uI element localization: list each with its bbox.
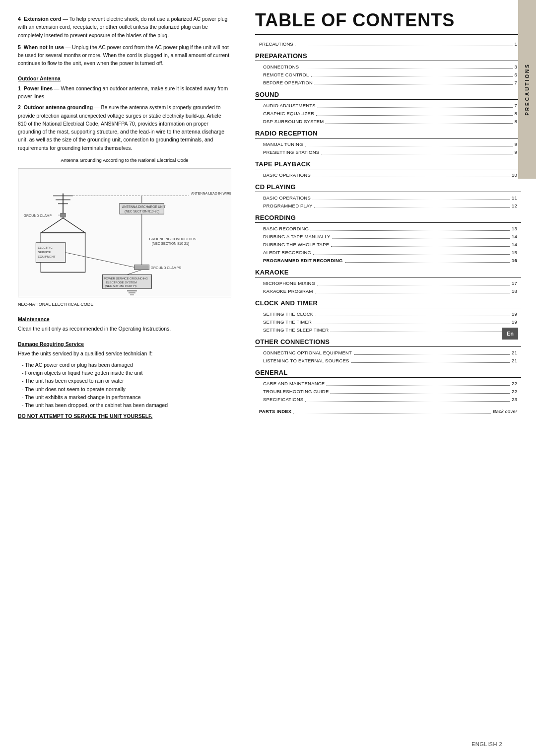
toc-entry-manual-tuning: MANUAL TUNING 9 <box>255 140 521 148</box>
svg-text:EQUIPMENT: EQUIPMENT <box>38 255 56 258</box>
maintenance-heading: Maintenance <box>18 315 231 323</box>
svg-text:GROUND CLAMP: GROUND CLAMP <box>24 214 52 217</box>
section-header-tape: TAPE PLAYBACK <box>255 160 521 169</box>
toc-entry-before-operation: BEFORE OPERATION 7 <box>255 79 521 87</box>
svg-text:ANTENNA LEAD IN WIRE: ANTENNA LEAD IN WIRE <box>191 191 231 195</box>
toc-entry-set-timer: SETTING THE TIMER 19 <box>255 318 521 326</box>
toc-entry-audio-adj: AUDIO ADJUSTMENTS 7 <box>255 102 521 110</box>
svg-text:POWER SERVICE GROUNDING: POWER SERVICE GROUNDING <box>104 277 148 280</box>
toc-entry-mic-mixing: MICROPHONE MIXING 17 <box>255 279 521 287</box>
outdoor-antenna-heading: Outdoor Antenna <box>18 74 231 82</box>
section-clock: CLOCK AND TIMER SETTING THE CLOCK 19 SET… <box>255 299 521 334</box>
item-5: 5 When not in use — Unplug the AC power … <box>18 43 231 68</box>
section-other-connections: OTHER CONNECTIONS CONNECTING OPTIONAL EQ… <box>255 338 521 365</box>
svg-rect-22 <box>134 265 149 270</box>
toc-entry-karaoke-program: KARAOKE PROGRAM 18 <box>255 287 521 295</box>
svg-text:ELECTRODE SYSTEM: ELECTRODE SYSTEM <box>106 281 136 284</box>
section-header-clock: CLOCK AND TIMER <box>255 299 521 308</box>
svg-text:(NEC ART 250 PART H): (NEC ART 250 PART H) <box>105 284 136 287</box>
svg-text:SERVICE: SERVICE <box>38 250 51 253</box>
damage-heading: Damage Requiring Service <box>18 340 231 348</box>
section-header-cd: CD PLAYING <box>255 183 521 192</box>
section-header-preparations: PREPARATIONS <box>255 52 521 61</box>
section-header-general: GENERAL <box>255 369 521 378</box>
toc-entry-connections: CONNECTIONS 3 <box>255 63 521 71</box>
outdoor-1-number: 1 <box>18 85 21 91</box>
antenna-section: Antenna Grounding According to the Natio… <box>18 157 231 308</box>
toc-entry-dsp: DSP SURROUND SYSTEM 8 <box>255 118 521 126</box>
parts-index-label: PARTS INDEX <box>259 409 291 415</box>
precautions-row: PRECAUTIONS 1 <box>255 41 521 48</box>
toc-entry-tape-basic: BASIC OPERATIONS 10 <box>255 171 521 179</box>
svg-line-29 <box>127 270 142 275</box>
svg-text:(NEC SECTION 810-21): (NEC SECTION 810-21) <box>152 242 190 246</box>
svg-text:(NEC SECTION 810-20): (NEC SECTION 810-20) <box>125 209 159 213</box>
section-cd: CD PLAYING BASIC OPERATIONS 11 PROGRAMME… <box>255 183 521 210</box>
svg-text:GROUNDING CONDUCTORS: GROUNDING CONDUCTORS <box>149 237 197 241</box>
toc-entry-dubbing-whole: DUBBING THE WHOLE TAPE 14 <box>255 241 521 249</box>
section-recording: RECORDING BASIC RECORDING 13 DUBBING A T… <box>255 214 521 265</box>
outdoor-item-2: 2 Outdoor antenna grounding — Be sure th… <box>18 103 231 152</box>
toc-entry-external-sources: LISTENING TO EXTERNAL SOURCES 21 <box>255 357 521 365</box>
outdoor-1-bold: Power lines <box>24 85 53 91</box>
section-radio: RADIO RECEPTION MANUAL TUNING 9 PRESETTI… <box>255 130 521 156</box>
svg-text:ELECTRIC: ELECTRIC <box>38 246 53 249</box>
section-tape: TAPE PLAYBACK BASIC OPERATIONS 10 <box>255 160 521 179</box>
toc-entry-specs: SPECIFICATIONS 23 <box>255 396 521 404</box>
en-badge: En <box>502 328 518 340</box>
toc-entry-optional-equip: CONNECTING OPTIONAL EQUIPMENT 21 <box>255 349 521 357</box>
left-column: 4 Extension cord — To help prevent elect… <box>0 0 243 756</box>
svg-rect-8 <box>61 213 66 217</box>
page: 4 Extension cord — To help prevent elect… <box>0 0 536 756</box>
antenna-diagram: ANTENNA LEAD IN WIRE GROUND CLAMP ANTENN… <box>18 168 231 297</box>
damage-item-2: Foreign objects or liquid have gotten in… <box>22 369 231 377</box>
side-tab-text: PRECAUTIONS <box>525 63 530 116</box>
svg-line-24 <box>66 252 134 267</box>
toc-entry-basic-recording: BASIC RECORDING 13 <box>255 225 521 233</box>
toc-entry-presetting: PRESETTING STATIONS 9 <box>255 148 521 156</box>
item-4-number: 4 <box>18 16 21 22</box>
toc-title: TABLE OF CONTENTS <box>255 10 521 35</box>
damage-list: The AC power cord or plug has been damag… <box>18 361 231 410</box>
toc-entry-troubleshooting: TROUBLESHOOTING GUIDE 22 <box>255 388 521 396</box>
toc-entry-programmed-edit: PROGRAMMED EDIT RECORDING 16 <box>255 257 521 265</box>
damage-item-5: The unit exhibits a marked change in per… <box>22 393 231 401</box>
damage-item-4: The unit does not seem to operate normal… <box>22 385 231 393</box>
parts-index-page: Back cover <box>493 409 517 415</box>
section-header-sound: SOUND <box>255 91 521 100</box>
svg-text:ANTENNA DISCHARGE UNIT: ANTENNA DISCHARGE UNIT <box>122 205 165 208</box>
damage-intro: Have the units serviced by a qualified s… <box>18 350 231 358</box>
section-header-radio: RADIO RECEPTION <box>255 130 521 138</box>
maintenance-text: Clean the unit only as recommended in th… <box>18 325 231 333</box>
item-5-bold: When not in use <box>24 44 64 50</box>
section-header-karaoke: KARAOKE <box>255 269 521 277</box>
svg-text:GROUND CLAMPS: GROUND CLAMPS <box>151 266 182 270</box>
section-general: GENERAL CARE AND MAINTENANCE 22 TROUBLES… <box>255 369 521 404</box>
precautions-label: PRECAUTIONS <box>259 41 293 48</box>
toc-entry-remote-control: REMOTE CONTROL 6 <box>255 71 521 79</box>
outdoor-2-number: 2 <box>18 104 21 110</box>
outdoor-item-1: 1 Power lines — When connecting an outdo… <box>18 84 231 101</box>
outdoor-2-bold: Outdoor antenna grounding <box>24 104 93 110</box>
damage-item-1: The AC power cord or plug has been damag… <box>22 361 231 369</box>
section-header-other: OTHER CONNECTIONS <box>255 338 521 347</box>
toc-entry-graphic-eq: GRAPHIC EQUALIZER 8 <box>255 110 521 118</box>
item-5-number: 5 <box>18 44 21 50</box>
toc-entry-dubbing-manually: DUBBING A TAPE MANUALLY 14 <box>255 233 521 241</box>
toc-entry-cd-basic: BASIC OPERATIONS 11 <box>255 194 521 202</box>
nec-label: NEC-NATIONAL ELECTRICAL CODE <box>18 301 231 308</box>
item-4: 4 Extension cord — To help prevent elect… <box>18 15 231 39</box>
toc-entry-ai-edit: AI EDIT RECORDING 15 <box>255 249 521 257</box>
damage-item-6: The unit has been dropped, or the cabine… <box>22 401 231 409</box>
toc-entry-programmed-play: PROGRAMMED PLAY 12 <box>255 202 521 210</box>
damage-item-3: The unit has been exposed to rain or wat… <box>22 377 231 385</box>
right-column: PRECAUTIONS TABLE OF CONTENTS PRECAUTION… <box>243 0 536 756</box>
parts-index-row: PARTS INDEX Back cover <box>255 408 521 415</box>
toc-entry-sleep-timer: SETTING THE SLEEP TIMER 20 <box>255 326 521 334</box>
section-sound: SOUND AUDIO ADJUSTMENTS 7 GRAPHIC EQUALI… <box>255 91 521 126</box>
section-preparations: PREPARATIONS CONNECTIONS 3 REMOTE CONTRO… <box>255 52 521 87</box>
item-4-bold: Extension cord <box>24 16 62 22</box>
side-tab: PRECAUTIONS <box>518 0 536 179</box>
toc-entry-care: CARE AND MAINTENANCE 22 <box>255 380 521 388</box>
section-karaoke: KARAOKE MICROPHONE MIXING 17 KARAOKE PRO… <box>255 269 521 295</box>
